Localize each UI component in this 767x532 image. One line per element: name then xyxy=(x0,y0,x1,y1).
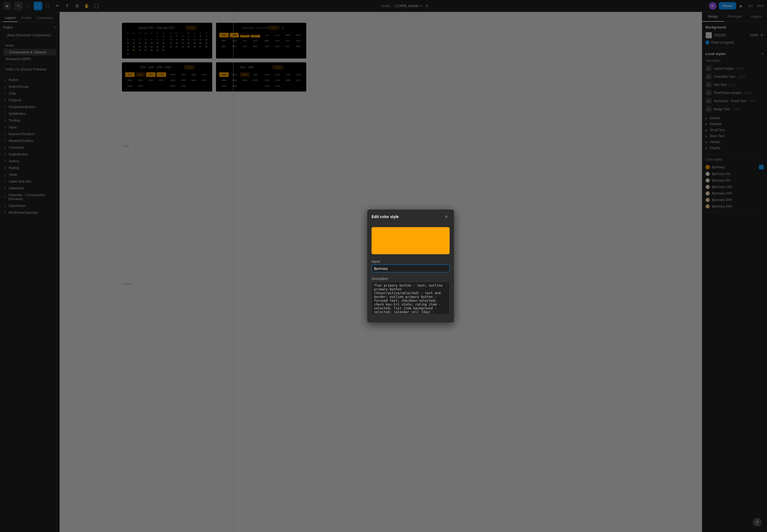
name-input[interactable] xyxy=(371,265,450,273)
canvas[interactable]: # Chip # Switch ‹ January 2021 - Februar… xyxy=(60,12,702,532)
main-layout: Layers Assets Componen... ≡ Pages + _Bas… xyxy=(0,12,767,532)
modal-header: Edit color style × xyxy=(367,210,454,224)
description-textarea[interactable]: flat primary button - text; outline prim… xyxy=(371,282,450,314)
color-preview-swatch[interactable] xyxy=(371,227,450,254)
description-label: Description xyxy=(371,277,450,281)
modal-overlay: Edit color style × Name Description flat… xyxy=(60,12,702,532)
modal-footer xyxy=(367,317,454,323)
edit-color-style-modal: Edit color style × Name Description flat… xyxy=(367,210,454,323)
name-label: Name xyxy=(371,260,450,264)
description-field-container: Description flat primary button - text; … xyxy=(367,275,454,317)
modal-title: Edit color style xyxy=(371,215,399,219)
name-field-container: Name xyxy=(367,258,454,275)
modal-close-button[interactable]: × xyxy=(443,213,450,220)
